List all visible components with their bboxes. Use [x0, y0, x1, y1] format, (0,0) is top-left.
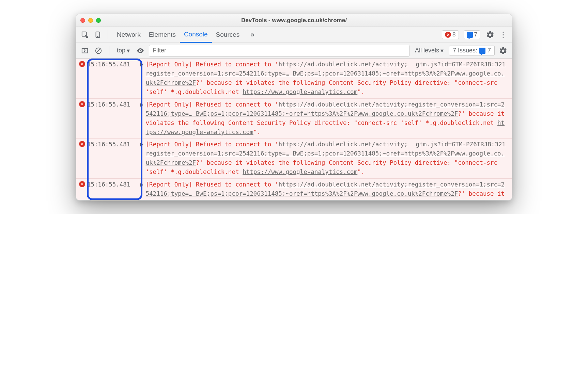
error-count-badge[interactable]: 8 [442, 30, 459, 39]
window-title: DevTools - www.google.co.uk/chrome/ [76, 17, 512, 24]
chevron-down-icon: ▾ [127, 47, 130, 54]
console-row: 15:16:55.481▶[Report Only] Refused to co… [76, 179, 512, 200]
settings-gear-icon[interactable] [485, 30, 495, 40]
message-text: [Report Only] Refused to connect to 'htt… [146, 100, 509, 137]
context-selector[interactable]: top ▾ [115, 46, 132, 55]
minimize-icon[interactable] [88, 18, 93, 23]
url-link[interactable]: https://ad.doubleclick.net/activity;regi… [146, 181, 505, 197]
tab-more[interactable]: » [246, 27, 259, 43]
tab-list: NetworkElementsConsoleSources [113, 27, 244, 43]
expand-arrow-icon[interactable]: ▶ [140, 140, 144, 177]
message-icon [479, 48, 485, 54]
separator [109, 46, 109, 55]
svg-point-2 [97, 36, 98, 37]
timestamp: 15:16:55.481 [87, 100, 140, 137]
tab-console[interactable]: Console [180, 27, 212, 43]
error-icon [79, 181, 85, 187]
live-expression-icon[interactable] [135, 46, 145, 56]
expand-arrow-icon[interactable]: ▶ [140, 180, 144, 198]
expand-arrow-icon[interactable]: ▶ [140, 100, 144, 137]
console-row: 15:16:55.481▶gtm.js?id=GTM-PZ6TRJB:321[R… [76, 59, 512, 99]
devtools-tabbar: NetworkElementsConsoleSources » 8 7 ⋮ [76, 27, 512, 43]
console-toolbar: top ▾ All levels ▾ 7 Issues: 7 [76, 43, 512, 59]
console-settings-gear-icon[interactable] [498, 46, 508, 56]
console-row: 15:16:55.481▶[Report Only] Refused to co… [76, 99, 512, 139]
timestamp: 15:16:55.481 [87, 60, 140, 97]
issues-button[interactable]: 7 Issues: 7 [449, 46, 495, 55]
message-count-badge[interactable]: 7 [464, 30, 480, 39]
console-row: 15:16:55.481▶gtm.js?id=GTM-PZ6TRJB:321[R… [76, 139, 512, 179]
clear-console-icon[interactable] [93, 46, 104, 56]
fullscreen-icon[interactable] [96, 18, 101, 23]
error-count: 8 [452, 31, 455, 38]
expand-arrow-icon[interactable]: ▶ [140, 60, 144, 97]
issues-count: 7 [488, 47, 491, 54]
log-levels-selector[interactable]: All levels ▾ [413, 46, 446, 55]
svg-line-5 [97, 49, 100, 52]
chevron-down-icon: ▾ [440, 47, 444, 54]
traffic-lights [80, 18, 101, 23]
error-icon [79, 141, 85, 147]
window-titlebar: DevTools - www.google.co.uk/chrome/ [76, 14, 512, 27]
tab-sources[interactable]: Sources [212, 27, 244, 43]
source-link[interactable]: gtm.js?id=GTM-PZ6TRJB:321 [416, 140, 506, 149]
tab-elements[interactable]: Elements [145, 27, 180, 43]
message-icon [467, 32, 473, 38]
url-link[interactable]: https://ad.doubleclick.net/activity;regi… [146, 101, 505, 117]
devtools-window: DevTools - www.google.co.uk/chrome/ Netw… [76, 14, 512, 200]
error-icon [79, 61, 85, 67]
message-text: gtm.js?id=GTM-PZ6TRJB:321[Report Only] R… [146, 60, 509, 97]
toggle-sidebar-icon[interactable] [80, 46, 90, 56]
console-output: 15:16:55.481▶gtm.js?id=GTM-PZ6TRJB:321[R… [76, 59, 512, 200]
source-link[interactable]: gtm.js?id=GTM-PZ6TRJB:321 [416, 60, 506, 69]
url-link[interactable]: https://www.google-analytics.com [243, 88, 357, 95]
timestamp: 15:16:55.481 [87, 180, 140, 198]
error-icon [445, 32, 451, 38]
message-text: [Report Only] Refused to connect to 'htt… [146, 180, 509, 198]
message-text: gtm.js?id=GTM-PZ6TRJB:321[Report Only] R… [146, 140, 509, 177]
inspect-icon[interactable] [80, 30, 90, 40]
tab-network[interactable]: Network [113, 27, 145, 43]
error-icon [79, 101, 85, 107]
issues-label: 7 Issues: [453, 47, 477, 54]
url-link[interactable]: https://www.google-analytics.com [243, 168, 357, 175]
levels-label: All levels [415, 47, 439, 54]
message-count: 7 [474, 31, 477, 38]
url-link[interactable]: https://www.google-analytics.com [146, 119, 505, 135]
kebab-menu-icon[interactable]: ⋮ [498, 30, 508, 40]
context-label: top [117, 47, 125, 54]
device-toggle-icon[interactable] [93, 30, 103, 40]
close-icon[interactable] [80, 18, 85, 23]
filter-input[interactable] [149, 45, 409, 56]
timestamp: 15:16:55.481 [87, 140, 140, 177]
separator [108, 30, 108, 39]
